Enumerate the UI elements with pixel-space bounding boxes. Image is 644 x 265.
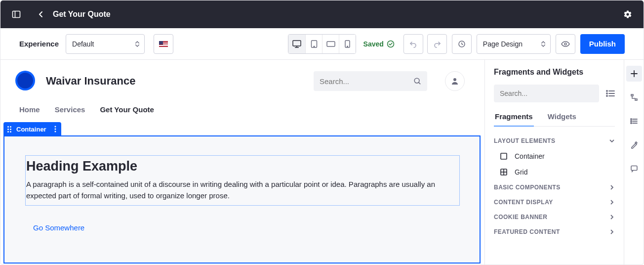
experience-select[interactable]: Default bbox=[66, 34, 145, 54]
svg-rect-39 bbox=[631, 166, 637, 171]
settings-button[interactable] bbox=[620, 6, 636, 22]
section-content-display[interactable]: CONTENT DISPLAY bbox=[494, 195, 615, 210]
publish-button[interactable]: Publish bbox=[580, 34, 625, 54]
page-design-select[interactable]: Page Design bbox=[477, 34, 551, 54]
section-cookie-banner[interactable]: COOKIE BANNER bbox=[494, 210, 615, 224]
content-selection[interactable]: Heading Example A paragraph is a self-co… bbox=[25, 155, 460, 206]
svg-point-9 bbox=[347, 46, 348, 46]
locale-button[interactable] bbox=[154, 34, 173, 54]
svg-point-37 bbox=[631, 121, 632, 122]
editor-toolbar: Experience Default Saved bbox=[0, 28, 644, 60]
svg-point-6 bbox=[314, 46, 315, 47]
panel-title: Fragments and Widgets bbox=[494, 68, 615, 77]
rail-styles-button[interactable] bbox=[626, 137, 642, 153]
history-button[interactable] bbox=[452, 34, 472, 54]
svg-rect-0 bbox=[13, 11, 20, 18]
redo-button[interactable] bbox=[427, 34, 447, 54]
fragment-grid[interactable]: Grid bbox=[494, 164, 615, 180]
svg-point-36 bbox=[631, 119, 632, 120]
section-layout-elements[interactable]: LAYOUT ELEMENTS bbox=[494, 133, 615, 148]
svg-point-13 bbox=[414, 78, 419, 83]
selection-handle[interactable]: Container bbox=[3, 122, 61, 136]
rail-contents-button[interactable] bbox=[626, 113, 642, 129]
site-search[interactable] bbox=[314, 71, 427, 91]
device-desktop-button[interactable] bbox=[288, 35, 305, 53]
sidebar-toggle-button[interactable] bbox=[8, 6, 24, 22]
chevron-right-icon bbox=[609, 184, 615, 190]
undo-button[interactable] bbox=[403, 34, 423, 54]
check-circle-icon bbox=[387, 40, 395, 48]
nav-item-get-your-quote[interactable]: Get Your Quote bbox=[100, 105, 154, 114]
svg-point-24 bbox=[606, 95, 607, 96]
svg-rect-32 bbox=[635, 99, 637, 100]
selection-label: Container bbox=[16, 126, 46, 133]
section-featured-content[interactable]: FEATURED CONTENT bbox=[494, 224, 615, 239]
svg-point-16 bbox=[54, 126, 56, 128]
app-header: Get Your Quote bbox=[0, 0, 644, 28]
tab-widgets[interactable]: Widgets bbox=[547, 108, 577, 126]
rail-comments-button[interactable] bbox=[626, 161, 642, 177]
site-nav: Home Services Get Your Quote bbox=[15, 105, 484, 114]
list-view-button[interactable] bbox=[606, 89, 615, 97]
site-search-input[interactable] bbox=[320, 77, 413, 86]
svg-point-12 bbox=[564, 43, 566, 45]
back-button[interactable] bbox=[33, 6, 49, 22]
device-landscape-button[interactable] bbox=[322, 35, 339, 53]
device-tablet-button[interactable] bbox=[305, 35, 322, 53]
rail-add-button[interactable] bbox=[626, 66, 642, 82]
site-title: Waivar Insurance bbox=[46, 75, 135, 88]
main-area: Waivar Insurance Home Services Get Your … bbox=[0, 60, 644, 265]
link-fragment[interactable]: Go Somewhere bbox=[33, 223, 84, 232]
preview-button[interactable] bbox=[556, 34, 575, 54]
saved-status: Saved bbox=[363, 40, 395, 48]
svg-point-15 bbox=[453, 78, 456, 81]
svg-point-38 bbox=[631, 123, 632, 124]
site-header: Waivar Insurance bbox=[15, 71, 484, 91]
panel-search-input[interactable] bbox=[500, 89, 593, 97]
svg-point-22 bbox=[606, 90, 607, 91]
device-preview-group bbox=[288, 34, 356, 54]
page-canvas: Waivar Insurance Home Services Get Your … bbox=[0, 60, 484, 265]
experience-label: Experience bbox=[19, 40, 59, 48]
search-icon bbox=[413, 77, 421, 86]
nav-item-home[interactable]: Home bbox=[19, 105, 40, 114]
fragment-container[interactable]: Container bbox=[494, 148, 615, 164]
rail-tree-button[interactable] bbox=[626, 89, 642, 105]
section-basic-components[interactable]: BASIC COMPONENTS bbox=[494, 180, 615, 195]
chevron-right-icon bbox=[609, 229, 615, 235]
svg-rect-2 bbox=[293, 41, 301, 46]
heading-fragment[interactable]: Heading Example bbox=[26, 159, 457, 174]
svg-rect-7 bbox=[327, 42, 335, 46]
selected-container[interactable]: Heading Example A paragraph is a self-co… bbox=[3, 135, 481, 264]
fragments-panel: Fragments and Widgets Fragments Widgets … bbox=[484, 60, 624, 265]
chevron-right-icon bbox=[609, 199, 615, 205]
caret-updown-icon bbox=[135, 41, 139, 47]
paragraph-fragment[interactable]: A paragraph is a self-contained unit of … bbox=[26, 179, 457, 201]
device-mobile-button[interactable] bbox=[339, 35, 356, 53]
grid-icon bbox=[500, 168, 508, 176]
caret-updown-icon bbox=[541, 41, 545, 47]
nav-item-services[interactable]: Services bbox=[55, 105, 85, 114]
drag-icon bbox=[7, 126, 11, 132]
chevron-down-icon bbox=[609, 138, 615, 144]
experience-value: Default bbox=[72, 40, 94, 48]
selection-menu-button[interactable] bbox=[54, 126, 56, 132]
user-avatar[interactable] bbox=[445, 71, 465, 91]
svg-point-23 bbox=[606, 93, 607, 94]
chevron-right-icon bbox=[609, 214, 615, 220]
site-logo bbox=[15, 71, 36, 91]
svg-line-14 bbox=[419, 83, 421, 85]
svg-point-17 bbox=[54, 129, 56, 130]
svg-rect-25 bbox=[501, 153, 507, 159]
container-icon bbox=[500, 152, 508, 160]
page-title: Get Your Quote bbox=[53, 10, 111, 19]
tab-fragments[interactable]: Fragments bbox=[494, 108, 534, 127]
panel-search[interactable] bbox=[494, 85, 599, 102]
side-rail bbox=[624, 60, 644, 265]
page-design-value: Page Design bbox=[483, 40, 523, 48]
panel-tabs: Fragments Widgets bbox=[494, 108, 615, 127]
svg-point-18 bbox=[54, 131, 56, 132]
us-flag-icon bbox=[159, 41, 168, 47]
